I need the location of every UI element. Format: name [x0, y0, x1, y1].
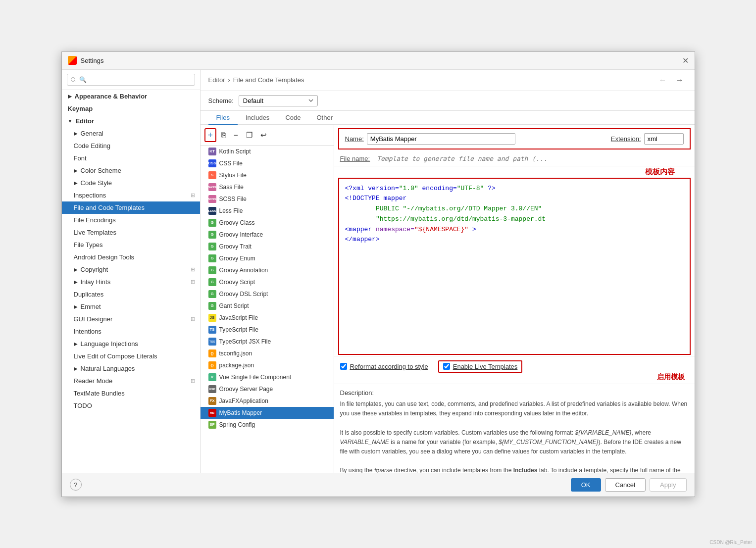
filename-input[interactable] — [374, 153, 688, 164]
tab-other[interactable]: Other — [308, 111, 341, 125]
sidebar-item-gui-designer[interactable]: GUI Designer ⊞ — [62, 313, 200, 325]
file-item-vue[interactable]: V Vue Single File Component — [201, 371, 334, 383]
chevron-right-icon-inlay: ▶ — [74, 279, 78, 285]
sidebar-item-file-code-templates[interactable]: File and Code Templates — [62, 201, 200, 214]
file-item-typescript[interactable]: TS TypeScript File — [201, 324, 334, 336]
file-item-groovy-annotation[interactable]: G Groovy Annotation — [201, 264, 334, 276]
sidebar-item-file-encodings[interactable]: File Encodings — [62, 214, 200, 226]
javascript-icon: JS — [208, 314, 216, 322]
tab-files[interactable]: Files — [208, 111, 238, 125]
reformat-checkbox[interactable] — [340, 363, 347, 370]
file-item-groovy-trait[interactable]: G Groovy Trait — [201, 241, 334, 252]
file-item-groovy-server[interactable]: GSP Groovy Server Page — [201, 383, 334, 395]
editor-panel: 模板名字 文件类型 Name: Extension: — [334, 125, 695, 473]
remove-template-button[interactable]: − — [231, 129, 241, 141]
file-item-groovy-dsl[interactable]: G Groovy DSL Script — [201, 288, 334, 300]
ext-label: Extension: — [611, 135, 641, 143]
file-item-kotlin-script[interactable]: KT Kotlin Script — [201, 146, 334, 157]
scheme-select[interactable]: Default Project — [239, 95, 318, 106]
breadcrumb-current: File and Code Templates — [233, 76, 304, 84]
nav-back-button[interactable]: ← — [656, 75, 670, 86]
inspections-badge: ⊞ — [191, 192, 195, 199]
sidebar-item-inspections[interactable]: Inspections ⊞ — [62, 189, 200, 201]
file-item-tsconfig[interactable]: {} tsconfig.json — [201, 348, 334, 359]
nav-forward-button[interactable]: → — [673, 75, 687, 86]
ok-button[interactable]: OK — [571, 478, 601, 492]
sass-icon: SASS — [208, 183, 216, 191]
sidebar-item-textmate[interactable]: TextMate Bundles — [62, 387, 200, 399]
reformat-checkbox-group[interactable]: Reformat according to style — [340, 363, 428, 370]
sidebar-item-font[interactable]: Font — [62, 152, 200, 164]
file-item-javascript[interactable]: JS JavaScript File — [201, 312, 334, 324]
file-item-scss[interactable]: SCSS SCSS File — [201, 193, 334, 205]
sidebar-item-inlay-hints[interactable]: ▶ Inlay Hints ⊞ — [62, 276, 200, 288]
sidebar-item-live-templates[interactable]: Live Templates — [62, 226, 200, 239]
reset-template-button[interactable]: ↩ — [257, 129, 270, 141]
file-item-stylus[interactable]: S Stylus File — [201, 169, 334, 181]
file-item-tsx[interactable]: TSX TypeScript JSX File — [201, 336, 334, 348]
help-button[interactable]: ? — [70, 479, 82, 491]
file-item-mybatis[interactable]: MB MyBatis Mapper — [201, 407, 334, 419]
file-item-less[interactable]: LESS Less File — [201, 205, 334, 217]
scheme-label: Scheme: — [208, 97, 234, 104]
file-item-spring[interactable]: SP Spring Config — [201, 419, 334, 431]
sidebar-item-editor[interactable]: ▼ Editor — [62, 115, 200, 127]
sidebar-item-intentions[interactable]: Intentions — [62, 325, 200, 338]
breadcrumb-separator: › — [228, 76, 230, 84]
sidebar-item-file-types[interactable]: File Types — [62, 239, 200, 251]
sidebar-item-keymap[interactable]: Keymap — [62, 102, 200, 115]
tab-includes[interactable]: Includes — [238, 111, 277, 125]
main-header: Editor › File and Code Templates ← → — [201, 70, 695, 91]
ext-input[interactable] — [644, 133, 684, 145]
sidebar-item-code-style[interactable]: ▶ Code Style — [62, 177, 200, 189]
sidebar-item-code-editing[interactable]: Code Editing — [62, 140, 200, 152]
file-item-package-json[interactable]: {} package.json — [201, 359, 334, 371]
spring-icon: SP — [208, 421, 216, 429]
file-item-sass[interactable]: SASS Sass File — [201, 181, 334, 193]
cancel-button[interactable]: Cancel — [605, 478, 646, 492]
sidebar-item-language-injections[interactable]: ▶ Language Injections — [62, 338, 200, 350]
enable-live-checkbox-group[interactable]: Enable Live Templates — [443, 363, 518, 370]
sidebar-item-copyright[interactable]: ▶ Copyright ⊞ — [62, 263, 200, 276]
scheme-row: Scheme: Default Project — [201, 91, 695, 111]
name-input[interactable] — [367, 133, 515, 145]
sidebar-item-duplicates[interactable]: Duplicates — [62, 288, 200, 300]
file-item-gant-script[interactable]: G Gant Script — [201, 300, 334, 312]
move-template-button[interactable]: ❐ — [243, 129, 255, 141]
sidebar-item-general[interactable]: ▶ General — [62, 127, 200, 140]
file-item-groovy-script[interactable]: G Groovy Script — [201, 276, 334, 288]
dialog-title: Settings — [81, 57, 104, 64]
sidebar-item-todo[interactable]: TODO — [62, 399, 200, 412]
dialog-body: ▶ Appearance & Behavior Keymap ▼ Editor … — [62, 70, 695, 473]
code-editor[interactable]: <?xml version="1.0" encoding="UTF-8" ?> … — [338, 178, 691, 355]
code-line-4: "https://mybatis.org/dtd/mybatis-3-mappe… — [345, 214, 684, 225]
less-icon: LESS — [208, 207, 216, 215]
file-item-javafx[interactable]: FX JavaFXApplication — [201, 395, 334, 407]
sidebar-item-android-design[interactable]: Android Design Tools — [62, 251, 200, 263]
chevron-right-icon-style: ▶ — [74, 180, 78, 186]
file-item-groovy-class[interactable]: G Groovy Class — [201, 217, 334, 229]
sidebar-item-color-scheme[interactable]: ▶ Color Scheme — [62, 164, 200, 177]
code-line-2: <!DOCTYPE mapper — [345, 194, 684, 204]
sidebar-item-reader-mode[interactable]: Reader Mode ⊞ — [62, 375, 200, 387]
sidebar-item-emmet[interactable]: ▶ Emmet — [62, 300, 200, 313]
apply-button[interactable]: Apply — [650, 478, 687, 492]
file-item-css[interactable]: CSS CSS File — [201, 157, 334, 169]
sidebar-item-appearance[interactable]: ▶ Appearance & Behavior — [62, 90, 200, 102]
file-item-groovy-interface[interactable]: G Groovy Interface — [201, 229, 334, 241]
annotation-enable-template: 启用模板 — [334, 373, 695, 382]
search-input[interactable] — [67, 74, 195, 86]
groovy-server-icon: GSP — [208, 385, 216, 393]
close-button[interactable]: ✕ — [682, 56, 689, 65]
file-item-groovy-enum[interactable]: G Groovy Enum — [201, 252, 334, 264]
sidebar-item-live-edit[interactable]: Live Edit of Compose Literals — [62, 350, 200, 362]
tab-code[interactable]: Code — [277, 111, 308, 125]
enable-live-checkbox[interactable] — [443, 363, 450, 370]
groovy-interface-icon: G — [208, 231, 216, 239]
breadcrumb: Editor › File and Code Templates — [208, 76, 304, 84]
watermark: CSDN @Riu_Peter — [709, 540, 752, 545]
css-icon: CSS — [208, 159, 216, 167]
add-template-button[interactable]: + — [204, 128, 217, 142]
sidebar-item-natural-langs[interactable]: ▶ Natural Languages — [62, 362, 200, 375]
copy-template-button[interactable]: ⎘ — [218, 129, 229, 141]
